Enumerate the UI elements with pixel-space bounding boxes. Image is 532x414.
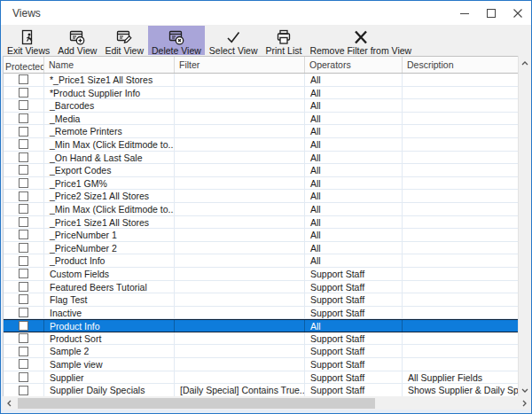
vertical-scrollbar[interactable] [518, 56, 531, 396]
protected-checkbox[interactable] [19, 282, 28, 292]
table-row[interactable]: _Min Max (Click Editmode to...All [4, 138, 518, 152]
table-row[interactable]: _Price2 Size1 All StoresAll [4, 190, 518, 203]
close-button[interactable] [505, 1, 531, 25]
name-cell: _Min Max (Click Editmode to... [44, 203, 175, 215]
name-cell: Sample 2 [44, 345, 175, 357]
name-cell: _Min Max (Click Editmode to... [44, 138, 175, 151]
scroll-up-button[interactable] [519, 56, 532, 69]
scroll-left-button[interactable] [3, 396, 16, 410]
table-row[interactable]: Product InfoAll [4, 319, 518, 332]
edit-view-button[interactable]: Edit View [101, 26, 147, 55]
protected-checkbox[interactable] [19, 230, 28, 239]
table-row[interactable]: _PriceNumber 1All [4, 229, 518, 242]
protected-checkbox[interactable] [19, 113, 28, 123]
protected-checkbox[interactable] [19, 256, 28, 266]
protected-checkbox[interactable] [19, 333, 28, 343]
filter-cell [175, 125, 305, 137]
table-row[interactable]: InactiveSupport Staff [4, 307, 518, 320]
minimize-button[interactable] [451, 1, 478, 25]
protected-checkbox[interactable] [19, 386, 28, 395]
protected-cell [4, 307, 44, 319]
protected-checkbox[interactable] [19, 204, 28, 214]
column-header-operators[interactable]: Operators [305, 57, 403, 73]
horizontal-scrollbar[interactable] [3, 396, 531, 410]
description-cell [403, 113, 518, 125]
protected-checkbox[interactable] [19, 372, 28, 382]
column-header-protected[interactable]: Protected [4, 57, 44, 73]
protected-checkbox[interactable] [19, 347, 28, 356]
add-view-button[interactable]: Add View [54, 26, 100, 55]
remove-filter-button[interactable]: Remove Filter from View [306, 26, 415, 55]
table-row[interactable]: Flag TestSupport Staff [4, 293, 518, 307]
protected-checkbox[interactable] [19, 294, 28, 304]
operators-cell: Support Staff [305, 332, 403, 345]
protected-cell [4, 177, 44, 190]
protected-checkbox[interactable] [19, 152, 28, 162]
horizontal-scroll-thumb[interactable] [18, 398, 375, 409]
filter-cell [175, 345, 305, 357]
protected-checkbox[interactable] [19, 178, 28, 188]
protected-checkbox[interactable] [19, 88, 28, 98]
table-row[interactable]: Custom FieldsSupport Staff [4, 268, 518, 281]
add-view-label: Add View [58, 46, 97, 56]
protected-checkbox[interactable] [19, 308, 28, 317]
table-row[interactable]: SupplierSupport StaffAll Supplier Fields [4, 371, 518, 385]
close-icon [513, 9, 522, 18]
protected-cell [4, 384, 44, 396]
protected-checkbox[interactable] [19, 127, 28, 137]
select-view-button[interactable]: Select View [206, 26, 262, 55]
table-row[interactable]: *Product Supplier InfoAll [4, 87, 518, 100]
views-grid: ProtectedNameFilterOperatorsDescription … [3, 56, 531, 396]
column-header-filter[interactable]: Filter [175, 57, 305, 73]
grid-main: ProtectedNameFilterOperatorsDescription … [3, 56, 518, 396]
delete-view-button[interactable]: Delete View [148, 26, 205, 55]
protected-cell [4, 190, 44, 202]
protected-checkbox[interactable] [19, 74, 28, 84]
protected-checkbox[interactable] [19, 191, 28, 201]
table-row[interactable]: _On Hand & Last SaleAll [4, 152, 518, 165]
protected-checkbox[interactable] [19, 139, 28, 149]
operators-cell: All [305, 216, 403, 229]
protected-cell [4, 345, 44, 357]
table-row[interactable]: *_Price1 Size1 All StoresAll [4, 74, 518, 87]
scroll-down-button[interactable] [519, 383, 532, 396]
table-row[interactable]: _BarcodesAll [4, 99, 518, 113]
name-cell: _PriceNumber 1 [44, 229, 175, 241]
protected-checkbox[interactable] [19, 359, 28, 369]
protected-cell [4, 268, 44, 280]
table-row[interactable]: _PriceNumber 2All [4, 242, 518, 255]
protected-checkbox[interactable] [19, 321, 28, 331]
table-row[interactable]: Product SortSupport Staff [4, 332, 518, 346]
table-row[interactable]: Sample viewSupport Staff [4, 358, 518, 371]
window-controls [451, 1, 531, 25]
table-row[interactable]: _Product InfoAll [4, 254, 518, 268]
table-row[interactable]: Sample 2Support Staff [4, 345, 518, 358]
table-row[interactable]: _Price1 GM%All [4, 177, 518, 191]
remove-filter-label: Remove Filter from View [309, 46, 411, 56]
protected-checkbox[interactable] [19, 100, 28, 110]
maximize-button[interactable] [478, 1, 505, 25]
scroll-right-button[interactable] [518, 396, 531, 410]
table-row[interactable]: _Export CodesAll [4, 164, 518, 177]
table-row[interactable]: _Remote PrintersAll [4, 125, 518, 138]
protected-checkbox[interactable] [19, 269, 28, 278]
table-row[interactable]: Supplier Daily Specials[Daily Special] C… [4, 384, 518, 396]
protected-checkbox[interactable] [19, 217, 28, 227]
filter-cell [175, 113, 305, 125]
column-header-description[interactable]: Description [403, 57, 518, 73]
table-row[interactable]: _Min Max (Click Editmode to...All [4, 203, 518, 216]
print-list-label: Print List [266, 46, 302, 56]
table-row[interactable]: _MediaAll [4, 113, 518, 126]
print-list-button[interactable]: Print List [262, 26, 306, 55]
exit-views-button[interactable]: Exit Views [4, 26, 53, 55]
delete-view-icon [168, 28, 185, 46]
table-row[interactable]: Featured Beers TutorialSupport Staff [4, 281, 518, 294]
filter-cell [175, 74, 305, 86]
operators-cell: Support Staff [305, 293, 403, 306]
column-header-name[interactable]: Name [44, 57, 175, 73]
description-cell: All Supplier Fields [403, 371, 518, 384]
table-row[interactable]: _Price1 Size1 All StoresAll [4, 216, 518, 230]
protected-checkbox[interactable] [19, 165, 28, 175]
protected-checkbox[interactable] [19, 243, 28, 253]
name-cell: *Product Supplier Info [44, 87, 175, 99]
